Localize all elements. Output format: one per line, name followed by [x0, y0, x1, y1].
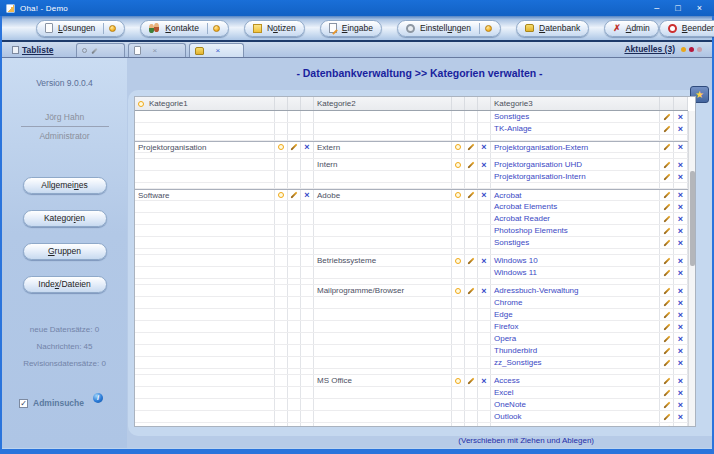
cell-kategorie3[interactable]: Acrobat Elements	[491, 201, 660, 212]
add-icon[interactable]	[455, 192, 461, 198]
cell-delete-k3[interactable]: ×	[674, 255, 688, 266]
edit-pencil-icon[interactable]	[663, 125, 670, 132]
edit-pencil-icon[interactable]	[663, 401, 670, 408]
adminsearch-checkbox[interactable]: ✓	[19, 399, 28, 408]
edit-pencil-icon[interactable]	[467, 287, 474, 294]
edit-pencil-icon[interactable]	[467, 161, 474, 168]
cell-delete-k3[interactable]: ×	[674, 123, 688, 134]
cell-kategorie3[interactable]: Acrobat Reader	[491, 213, 660, 224]
cell-kategorie3[interactable]: Acrobat	[491, 190, 660, 200]
edit-pencil-icon[interactable]	[663, 323, 670, 330]
cell-delete-k2[interactable]: ×	[478, 142, 491, 152]
delete-x-icon[interactable]: ×	[678, 334, 683, 344]
edit-pencil-icon[interactable]	[290, 143, 297, 150]
sidebar-button-allgemeines[interactable]: Allgemeines	[23, 177, 107, 194]
toolbar-button-datenbank[interactable]: Datenbank	[516, 20, 589, 37]
cell-delete-k3[interactable]: ×	[674, 357, 688, 368]
toolbar-button-beenden[interactable]: Beenden	[659, 20, 714, 37]
delete-x-icon[interactable]: ×	[481, 256, 486, 266]
delete-x-icon[interactable]: ×	[678, 124, 683, 134]
edit-pencil-icon[interactable]	[663, 359, 670, 366]
cell-edit-k3[interactable]	[660, 201, 674, 212]
edit-pencil-icon[interactable]	[663, 287, 670, 294]
cell-kategorie3[interactable]: zz_Sonstiges	[491, 357, 660, 368]
delete-x-icon[interactable]: ×	[678, 142, 683, 152]
cell-edit-k3[interactable]	[660, 213, 674, 224]
delete-x-icon[interactable]: ×	[678, 112, 683, 122]
edit-pencil-icon[interactable]	[663, 239, 670, 246]
cell-delete-k3[interactable]: ×	[674, 321, 688, 332]
delete-x-icon[interactable]: ×	[678, 322, 683, 332]
minimize-icon[interactable]: –	[654, 1, 659, 15]
delete-x-icon[interactable]: ×	[678, 346, 683, 356]
cell-edit-k3[interactable]	[660, 255, 674, 266]
cell-delete-k3[interactable]: ×	[674, 309, 688, 320]
delete-x-icon[interactable]: ×	[678, 202, 683, 212]
cell-edit-k3[interactable]	[660, 225, 674, 236]
cell-kategorie3[interactable]: Opera	[491, 333, 660, 344]
cell-edit-k3[interactable]	[660, 411, 674, 422]
cell-kategorie2[interactable]: Betriebssysteme	[314, 255, 452, 266]
delete-x-icon[interactable]: ×	[678, 286, 683, 296]
cell-kategorie1[interactable]: Projektorganisation	[135, 142, 275, 152]
tab-document[interactable]: ×	[128, 43, 186, 57]
edit-pencil-icon[interactable]	[663, 425, 670, 427]
edit-pencil-icon[interactable]	[663, 269, 670, 276]
add-icon[interactable]	[278, 192, 284, 198]
cell-edit-k3[interactable]	[660, 237, 674, 248]
edit-pencil-icon[interactable]	[467, 143, 474, 150]
delete-x-icon[interactable]: ×	[481, 376, 486, 386]
tabliste-link[interactable]: Tabliste	[12, 45, 54, 55]
tab-database-active[interactable]: ×	[189, 43, 244, 57]
cell-add-k2[interactable]	[452, 159, 465, 170]
cell-kategorie3[interactable]: Projektorganisation-Intern	[491, 171, 660, 182]
cell-edit-k3[interactable]	[660, 321, 674, 332]
cell-kategorie3[interactable]: Photoshop Elements	[491, 225, 660, 236]
edit-pencil-icon[interactable]	[663, 413, 670, 420]
cell-delete-k3[interactable]: ×	[674, 142, 688, 152]
edit-pencil-icon[interactable]	[663, 113, 670, 120]
cell-delete-k2[interactable]: ×	[478, 375, 491, 386]
toolbar-button-admin[interactable]: ✗Admin	[604, 20, 659, 37]
edit-pencil-icon[interactable]	[663, 161, 670, 168]
edit-pencil-icon[interactable]	[663, 389, 670, 396]
cell-edit-k3[interactable]	[660, 285, 674, 296]
delete-x-icon[interactable]: ×	[678, 376, 683, 386]
notification-dot-icon[interactable]	[213, 25, 220, 32]
cell-delete-k1[interactable]: ×	[301, 142, 314, 152]
cell-delete-k3[interactable]: ×	[674, 387, 688, 398]
toolbar-button-notizen[interactable]: Notizen	[244, 20, 305, 37]
edit-pencil-icon[interactable]	[290, 191, 297, 198]
cell-kategorie3[interactable]: Adressbuch-Verwaltung	[491, 285, 660, 296]
cell-delete-k1[interactable]: ×	[301, 190, 314, 200]
scrollbar-thumb[interactable]	[690, 171, 695, 266]
tab-close-icon[interactable]: ×	[216, 46, 221, 55]
delete-x-icon[interactable]: ×	[678, 214, 683, 224]
cell-delete-k3[interactable]: ×	[674, 225, 688, 236]
toolbar-button-einstellungen[interactable]: Einstellungen	[397, 20, 501, 37]
tab-contacts[interactable]	[76, 43, 125, 57]
cell-delete-k3[interactable]: ×	[674, 237, 688, 248]
cell-delete-k3[interactable]: ×	[674, 213, 688, 224]
cell-delete-k3[interactable]: ×	[674, 399, 688, 410]
cell-kategorie3[interactable]: Sonstiges	[491, 237, 660, 248]
edit-pencil-icon[interactable]	[663, 143, 670, 150]
cell-kategorie2[interactable]: Extern	[314, 142, 452, 152]
maximize-icon[interactable]: □	[675, 1, 680, 15]
delete-x-icon[interactable]: ×	[481, 160, 486, 170]
edit-pencil-icon[interactable]	[663, 299, 670, 306]
info-icon[interactable]: i	[93, 393, 103, 403]
cell-delete-k3[interactable]: ×	[674, 411, 688, 422]
cell-delete-k3[interactable]: ×	[674, 267, 688, 278]
cell-edit-k3[interactable]	[660, 159, 674, 170]
cell-edit-k3[interactable]	[660, 309, 674, 320]
add-icon[interactable]	[455, 144, 461, 150]
notification-dot-icon[interactable]	[485, 25, 492, 32]
edit-pencil-icon[interactable]	[663, 215, 670, 222]
cell-edit-k3[interactable]	[660, 387, 674, 398]
cell-delete-k3[interactable]: ×	[674, 423, 688, 427]
aktuelles-link[interactable]: Aktuelles (3)	[624, 44, 675, 54]
cell-edit-k3[interactable]	[660, 123, 674, 134]
cell-kategorie3[interactable]: Powerpoint	[491, 423, 660, 427]
edit-pencil-icon[interactable]	[467, 257, 474, 264]
